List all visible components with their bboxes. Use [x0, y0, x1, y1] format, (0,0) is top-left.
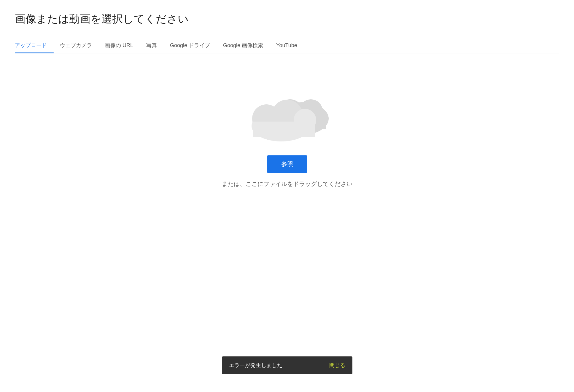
svg-rect-8: [253, 122, 315, 137]
snackbar-close-button[interactable]: 閉じる: [329, 362, 345, 369]
tab-photos[interactable]: 写真: [146, 38, 164, 53]
upload-area[interactable]: 参照 または、ここにファイルをドラッグしてください: [15, 53, 559, 206]
drag-drop-text: または、ここにファイルをドラッグしてください: [222, 180, 352, 188]
tabs-container: アップロード ウェブカメラ 画像の URL 写真 Google ドライブ Goo…: [15, 38, 559, 53]
tab-youtube[interactable]: YouTube: [276, 39, 304, 53]
page-title: 画像または動画を選択してください: [15, 12, 559, 26]
cloud-icon: [240, 77, 335, 144]
snackbar-message: エラーが発生しました: [229, 362, 282, 369]
tab-google-drive[interactable]: Google ドライブ: [170, 38, 217, 53]
browse-button[interactable]: 参照: [267, 155, 307, 173]
tab-upload[interactable]: アップロード: [15, 38, 54, 53]
tab-image-url[interactable]: 画像の URL: [105, 38, 140, 53]
tab-webcam[interactable]: ウェブカメラ: [60, 38, 99, 53]
page-container: 画像または動画を選択してください アップロード ウェブカメラ 画像の URL 写…: [0, 0, 574, 206]
snackbar: エラーが発生しました 閉じる: [222, 356, 352, 374]
tab-google-image-search[interactable]: Google 画像検索: [223, 38, 270, 53]
